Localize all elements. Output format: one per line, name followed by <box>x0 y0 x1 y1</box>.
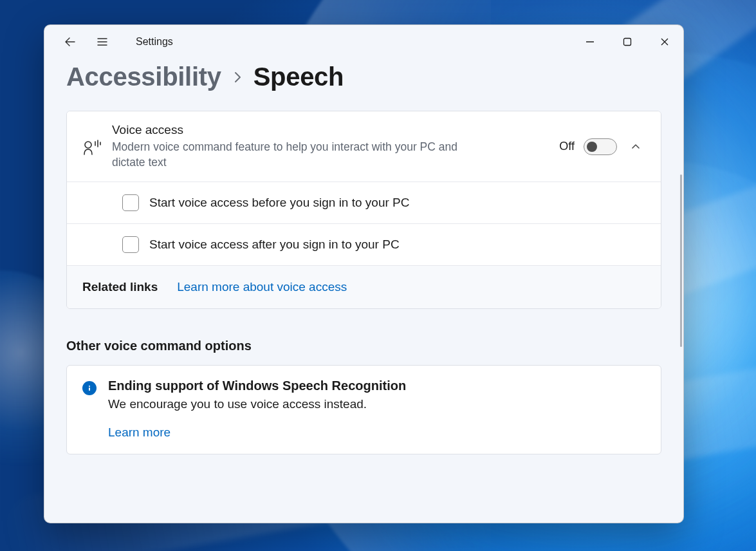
page-title: Speech <box>254 62 344 91</box>
voice-access-toggle-label: Off <box>559 140 575 153</box>
content-area: Accessibility Speech Voice a <box>44 59 683 523</box>
voice-access-expander[interactable] <box>626 137 645 156</box>
svg-rect-0 <box>624 39 631 46</box>
nav-menu-button[interactable] <box>88 29 116 55</box>
voice-access-description: Modern voice command feature to help you… <box>112 139 485 170</box>
back-button[interactable] <box>56 29 84 55</box>
learn-more-voice-access-link[interactable]: Learn more about voice access <box>177 280 347 294</box>
minimize-button[interactable] <box>571 29 609 55</box>
close-button[interactable] <box>646 29 683 55</box>
svg-point-2 <box>89 386 90 387</box>
related-links-row: Related links Learn more about voice acc… <box>67 265 661 308</box>
other-voice-options-heading: Other voice command options <box>66 339 661 353</box>
voice-access-group: Voice access Modern voice command featur… <box>66 111 661 309</box>
start-before-signin-row: Start voice access before you sign in to… <box>67 182 661 223</box>
arrow-left-icon <box>64 35 77 48</box>
close-icon <box>660 37 669 46</box>
toggle-knob <box>587 142 597 152</box>
start-after-signin-checkbox[interactable] <box>122 236 139 253</box>
scrollbar-thumb[interactable] <box>680 174 682 347</box>
breadcrumb-parent[interactable]: Accessibility <box>66 62 221 91</box>
start-after-signin-label: Start voice access after you sign in to … <box>149 238 400 252</box>
related-links-label: Related links <box>82 280 158 294</box>
voice-access-title: Voice access <box>112 123 550 137</box>
svg-point-1 <box>85 142 91 148</box>
maximize-button[interactable] <box>609 29 646 55</box>
start-before-signin-checkbox[interactable] <box>122 194 139 211</box>
svg-rect-3 <box>89 388 90 391</box>
chevron-right-icon <box>233 70 242 88</box>
window-title: Settings <box>136 36 173 48</box>
start-before-signin-label: Start voice access before you sign in to… <box>149 196 409 210</box>
breadcrumb: Accessibility Speech <box>66 62 661 91</box>
wsf-deprecation-card: Ending support of Windows Speech Recogni… <box>66 365 661 454</box>
caption-buttons <box>571 29 683 55</box>
deprecation-learn-more-link[interactable]: Learn more <box>108 425 171 439</box>
deprecation-description: We encourage you to use voice access ins… <box>108 397 406 411</box>
chevron-up-icon <box>631 142 641 152</box>
deprecation-title: Ending support of Windows Speech Recogni… <box>108 378 406 393</box>
titlebar: Settings <box>44 25 683 59</box>
voice-access-icon <box>82 137 112 156</box>
hamburger-icon <box>96 35 109 48</box>
start-after-signin-row: Start voice access after you sign in to … <box>67 223 661 265</box>
maximize-icon <box>623 37 632 46</box>
info-icon <box>82 381 97 395</box>
voice-access-toggle[interactable] <box>584 138 617 155</box>
voice-access-header-row[interactable]: Voice access Modern voice command featur… <box>67 111 661 182</box>
settings-window: Settings Accessibility <box>44 24 684 523</box>
minimize-icon <box>585 37 595 46</box>
